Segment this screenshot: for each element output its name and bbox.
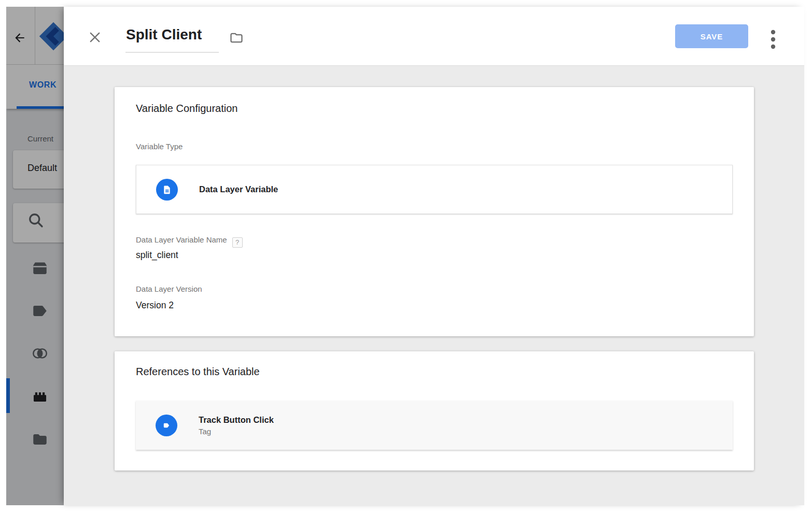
data-layer-variable-icon [156, 179, 178, 201]
references-card: References to this Variable Track Button… [115, 351, 754, 471]
overlay-backdrop[interactable] [6, 7, 64, 505]
close-icon[interactable] [88, 30, 102, 45]
save-button[interactable]: SAVE [675, 24, 748, 48]
title-underline [125, 52, 219, 53]
reference-row[interactable]: Track Button Click Tag [136, 401, 733, 450]
section-title: References to this Variable [136, 366, 260, 378]
reference-name: Track Button Click [199, 415, 274, 425]
variable-type-label: Variable Type [136, 142, 183, 151]
dlv-version-label: Data Layer Version [136, 284, 202, 293]
help-icon[interactable]: ? [232, 237, 243, 248]
dlv-name-value: split_client [136, 250, 178, 261]
variable-type-value: Data Layer Variable [199, 184, 278, 194]
tag-reference-icon [156, 415, 177, 436]
section-title: Variable Configuration [136, 103, 237, 115]
dlv-version-value: Version 2 [136, 300, 174, 311]
move-to-folder-icon[interactable] [229, 31, 244, 45]
variable-editor-panel: Split Client SAVE Variable Configuration… [64, 7, 804, 505]
variable-type-selector[interactable]: Data Layer Variable [136, 165, 733, 214]
kebab-menu-icon[interactable] [769, 29, 777, 52]
reference-type: Tag [199, 427, 274, 436]
editor-header: Split Client SAVE [64, 7, 804, 66]
dlv-name-label: Data Layer Variable Name? [136, 235, 243, 248]
dlv-name-label-text: Data Layer Variable Name [136, 235, 227, 244]
variable-configuration-card: Variable Configuration Variable Type Dat… [115, 87, 754, 336]
variable-name-field[interactable]: Split Client [126, 26, 202, 43]
